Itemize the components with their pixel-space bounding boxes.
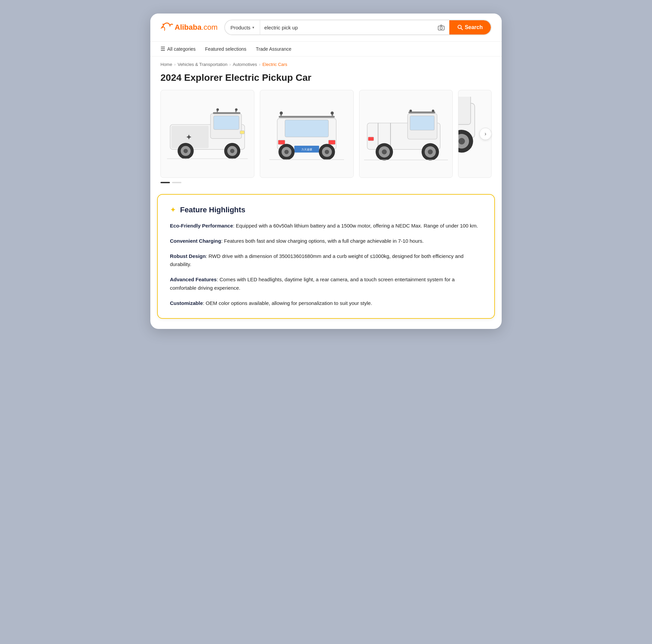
breadcrumb-home[interactable]: Home xyxy=(160,62,172,67)
svg-rect-43 xyxy=(410,116,434,130)
highlight-text-2: : RWD drive with a dimension of 35001360… xyxy=(170,253,463,267)
svg-point-14 xyxy=(230,149,234,153)
gallery-item-1: ✦ xyxy=(160,90,254,178)
highlight-item-1: Convenient Charging: Features both fast … xyxy=(170,237,482,245)
search-input[interactable] xyxy=(260,20,433,34)
svg-line-4 xyxy=(461,28,462,30)
star-icon: ✦ xyxy=(170,206,176,214)
nav-trade-assurance[interactable]: Trade Assurance xyxy=(256,46,291,52)
svg-rect-24 xyxy=(285,120,328,137)
highlight-label-2: Robust Design xyxy=(170,253,206,259)
nav-all-categories[interactable]: ☰ All categories xyxy=(160,46,196,52)
gallery-dots xyxy=(150,178,502,187)
svg-text:✦: ✦ xyxy=(185,133,192,142)
svg-rect-7 xyxy=(214,116,239,129)
logo-icon xyxy=(160,21,173,34)
page-title: 2024 Explorer Electric Pickup Car xyxy=(150,70,502,90)
chevron-down-icon: ▾ xyxy=(252,25,254,30)
truck-front-svg: ✦ xyxy=(161,97,254,171)
highlight-label-0: Eco-Friendly Performance xyxy=(170,223,233,229)
logo-dotcom: .com xyxy=(201,23,218,32)
svg-point-0 xyxy=(162,24,164,25)
svg-point-47 xyxy=(409,110,412,112)
svg-point-48 xyxy=(432,110,434,112)
highlight-label-3: Advanced Features xyxy=(170,277,217,282)
truck-side-rear-svg xyxy=(359,97,453,171)
highlight-label-4: Customizable xyxy=(170,300,203,306)
svg-rect-15 xyxy=(240,131,244,134)
highlight-text-1: : Features both fast and slow charging o… xyxy=(221,238,424,244)
hamburger-icon: ☰ xyxy=(160,46,165,52)
camera-search-button[interactable] xyxy=(433,20,449,34)
gallery-item-3 xyxy=(359,90,453,178)
svg-point-2 xyxy=(440,27,442,29)
product-gallery: ✦ xyxy=(150,90,502,178)
highlight-text-4: : OEM color options available, allowing … xyxy=(203,300,372,306)
breadcrumb-vehicles[interactable]: Vehicles & Transportation xyxy=(178,62,227,67)
svg-rect-55 xyxy=(368,137,374,141)
svg-point-19 xyxy=(217,109,219,111)
gallery-next-button[interactable]: › xyxy=(479,128,492,140)
search-button-label: Search xyxy=(465,24,483,30)
svg-point-36 xyxy=(284,150,289,154)
gallery-item-2: 力天速骥 xyxy=(260,90,354,178)
breadcrumb-sep-1: › xyxy=(174,62,176,67)
svg-point-54 xyxy=(428,149,433,154)
highlight-item-2: Robust Design: RWD drive with a dimensio… xyxy=(170,252,482,269)
breadcrumb-automotives[interactable]: Automotives xyxy=(233,62,257,67)
highlights-title: Feature Highlights xyxy=(180,206,245,214)
svg-point-29 xyxy=(331,112,334,115)
svg-rect-30 xyxy=(278,140,285,144)
search-container: Products ▾ Search xyxy=(224,20,492,35)
gallery-dot-inactive[interactable] xyxy=(172,182,181,183)
nav-featured-selections[interactable]: Featured selections xyxy=(205,46,246,52)
svg-point-11 xyxy=(183,149,188,153)
svg-point-61 xyxy=(458,138,465,144)
highlight-item-4: Customizable: OEM color options availabl… xyxy=(170,299,482,308)
highlights-header: ✦ Feature Highlights xyxy=(170,206,482,214)
svg-rect-31 xyxy=(328,140,335,144)
highlight-text-0: : Equipped with a 60v50ah lithium batter… xyxy=(233,223,478,229)
highlights-card: ✦ Feature Highlights Eco-Friendly Perfor… xyxy=(157,194,495,319)
svg-point-20 xyxy=(235,109,237,111)
svg-rect-46 xyxy=(408,112,435,114)
highlight-label-1: Convenient Charging xyxy=(170,238,221,244)
gallery-dot-active[interactable] xyxy=(160,182,170,183)
chevron-right-icon: › xyxy=(484,131,486,137)
highlight-item-3: Advanced Features: Comes with LED headli… xyxy=(170,276,482,292)
all-categories-label: All categories xyxy=(167,46,196,52)
breadcrumb-sep-3: › xyxy=(259,62,260,67)
svg-point-39 xyxy=(325,150,329,154)
logo[interactable]: Alibaba.com xyxy=(160,21,218,34)
highlight-item-0: Eco-Friendly Performance: Equipped with … xyxy=(170,222,482,230)
products-label: Products xyxy=(230,25,250,30)
breadcrumb-sep-2: › xyxy=(229,62,231,67)
header: Alibaba.com Products ▾ Search xyxy=(150,14,502,42)
nav-bar: ☰ All categories Featured selections Tra… xyxy=(150,42,502,56)
logo-alibaba: Alibaba xyxy=(175,23,201,32)
svg-rect-25 xyxy=(279,116,334,118)
svg-text:力天速骥: 力天速骥 xyxy=(301,148,312,151)
truck-rear-svg: 力天速骥 xyxy=(260,97,353,171)
breadcrumb: Home › Vehicles & Transportation › Autom… xyxy=(150,56,502,70)
search-button[interactable]: Search xyxy=(449,20,491,34)
svg-point-51 xyxy=(382,149,387,154)
svg-point-28 xyxy=(280,112,283,115)
page-wrapper: Alibaba.com Products ▾ Search xyxy=(150,14,502,329)
svg-rect-58 xyxy=(458,97,471,124)
products-dropdown-button[interactable]: Products ▾ xyxy=(225,20,260,34)
breadcrumb-electric-cars[interactable]: Electric Cars xyxy=(262,62,287,67)
